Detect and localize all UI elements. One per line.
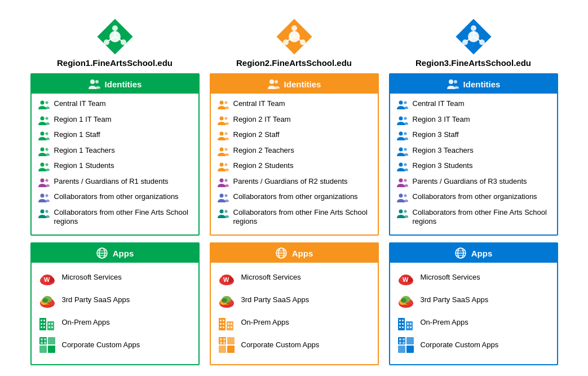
identities-header-1: Identities	[32, 74, 198, 94]
identity-text-3-7: Collaborators from other organizations	[413, 192, 537, 202]
identity-icon-2-6	[218, 178, 229, 191]
svg-point-136	[399, 116, 403, 120]
svg-point-144	[399, 178, 403, 182]
svg-rect-104	[219, 318, 226, 330]
identity-icon-1-7	[38, 193, 50, 206]
svg-point-149	[404, 210, 406, 213]
apps-box-3: Apps W Microsoft Services 3rd Party SaaS…	[389, 242, 558, 365]
svg-point-126	[471, 25, 476, 31]
svg-point-71	[275, 80, 278, 83]
svg-text:W: W	[403, 276, 409, 283]
svg-rect-179	[406, 337, 414, 344]
svg-point-17	[45, 148, 48, 151]
identity-icon-3-6	[397, 178, 408, 191]
identity-text-3-2: Region 3 IT Team	[413, 115, 470, 125]
app-item-3-3: On-Prem Apps	[397, 313, 550, 331]
app-item-1-1: W Microsoft Services	[38, 268, 192, 286]
identity-item-3-5: Region 3 Students	[397, 161, 550, 175]
app-icon-3-2	[397, 291, 415, 309]
svg-point-165	[401, 298, 406, 303]
identity-text-2-5: Region 2 Students	[233, 161, 294, 171]
identity-text-3-8: Collaborators from other Fine Arts Schoo…	[413, 208, 550, 227]
svg-point-79	[224, 148, 227, 151]
identities-box-2: Identities Central IT Team Region 2 IT T…	[210, 73, 379, 236]
identity-icon-1-6	[38, 178, 50, 191]
svg-point-24	[40, 209, 44, 213]
identity-icon-2-2	[218, 116, 229, 129]
identity-text-2-1: Central IT Team	[233, 99, 285, 109]
svg-rect-59	[44, 338, 46, 340]
identities-header-2: Identities	[211, 74, 378, 94]
identities-body-3: Central IT Team Region 3 IT Team Region …	[390, 94, 557, 235]
svg-rect-56	[39, 346, 47, 353]
svg-rect-185	[403, 342, 405, 344]
svg-rect-43	[47, 321, 54, 330]
app-item-2-4: Corporate Custom Apps	[218, 336, 371, 354]
identities-box-3: Identities Central IT Team Region 3 IT T…	[389, 73, 558, 236]
identity-item-3-8: Collaborators from other Fine Arts Schoo…	[397, 208, 550, 227]
svg-point-142	[399, 163, 403, 167]
identity-icon-3-3	[397, 131, 408, 144]
svg-rect-123	[223, 342, 226, 344]
svg-point-72	[219, 101, 223, 105]
svg-rect-114	[228, 326, 229, 328]
svg-rect-122	[220, 342, 222, 344]
svg-point-78	[219, 147, 223, 151]
svg-rect-58	[41, 338, 43, 340]
svg-rect-53	[51, 326, 53, 328]
svg-rect-181	[406, 346, 414, 353]
identities-body-2: Central IT Team Region 2 IT Team Region …	[211, 94, 378, 235]
region-diamond-icon-3	[454, 17, 493, 58]
identity-icon-2-7	[218, 193, 229, 206]
apps-header-3: Apps	[390, 244, 557, 263]
app-icon-3-1: W	[397, 268, 415, 286]
svg-rect-169	[402, 320, 404, 321]
app-text-2-4: Corporate Custom Apps	[241, 340, 320, 350]
apps-label-2: Apps	[292, 249, 313, 258]
app-item-1-3: On-Prem Apps	[38, 313, 192, 331]
identity-item-3-7: Collaborators from other organizations	[397, 192, 550, 206]
svg-point-137	[404, 117, 406, 120]
svg-point-21	[45, 179, 48, 182]
svg-point-23	[45, 194, 48, 197]
svg-point-22	[40, 194, 44, 198]
svg-point-14	[40, 132, 44, 136]
svg-rect-49	[43, 326, 45, 328]
app-icon-1-2	[38, 291, 56, 309]
identity-text-2-7: Collaborators from other organizations	[233, 192, 358, 202]
svg-point-75	[224, 117, 227, 120]
svg-point-11	[45, 101, 48, 104]
identity-item-3-2: Region 3 IT Team	[397, 115, 550, 129]
svg-point-18	[40, 163, 44, 167]
app-text-3-4: Corporate Custom Apps	[421, 340, 499, 350]
svg-rect-173	[402, 326, 404, 328]
svg-point-19	[45, 163, 48, 166]
app-text-3-3: On-Prem Apps	[421, 318, 468, 328]
svg-rect-108	[220, 323, 222, 325]
svg-point-70	[269, 79, 274, 84]
identity-text-2-4: Region 2 Teachers	[233, 146, 294, 156]
identity-item-2-6: Parents / Guardians of R2 students	[218, 177, 371, 191]
svg-point-20	[40, 178, 44, 182]
app-text-1-2: 3rd Party SaaS Apps	[62, 295, 130, 305]
apps-header-1: Apps	[32, 244, 198, 263]
svg-point-141	[404, 148, 406, 151]
identity-item-1-4: Region 1 Teachers	[38, 146, 192, 160]
identity-text-1-2: Region 1 IT Team	[54, 115, 112, 125]
svg-rect-106	[220, 320, 222, 321]
identity-item-2-7: Collaborators from other organizations	[218, 192, 371, 206]
identity-icon-3-8	[397, 209, 408, 222]
app-text-1-4: Corporate Custom Apps	[62, 340, 140, 350]
svg-rect-110	[220, 326, 222, 328]
identity-text-1-7: Collaborators from other organizations	[54, 192, 179, 202]
identity-icon-1-3	[38, 131, 50, 144]
region-title-1: Region1.FineArtsSchool.edu	[57, 58, 173, 68]
identity-text-3-3: Region 3 Staff	[413, 130, 459, 140]
identity-icon-3-1	[397, 100, 408, 113]
identity-text-1-6: Parents / Guardians of R1 students	[54, 177, 169, 187]
identities-label-3: Identities	[463, 79, 501, 89]
identity-icon-3-7	[397, 193, 408, 206]
identity-icon-1-2	[38, 116, 50, 129]
svg-point-41	[42, 298, 48, 303]
svg-point-139	[404, 132, 406, 135]
